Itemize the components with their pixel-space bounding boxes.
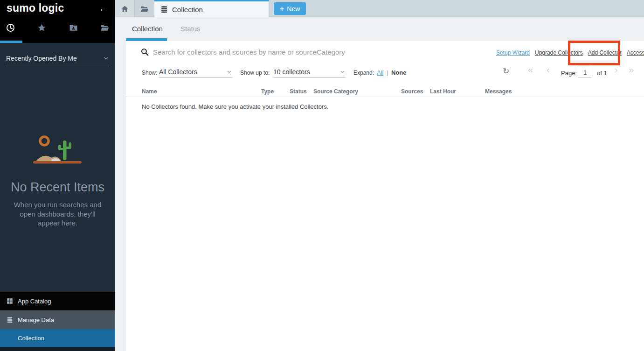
prev-page-icon[interactable]: ‹ (547, 64, 550, 75)
access-keys-link[interactable]: Access Keys (627, 49, 644, 56)
limit-filter-dropdown[interactable]: 10 collectors (273, 66, 346, 78)
sidebar-item-label: Manage Data (18, 316, 54, 323)
folder-icon (140, 5, 149, 13)
sidebar-header: sumo logic ← (0, 0, 115, 43)
sidebar-item-label: App Catalog (18, 298, 51, 305)
sidebar-bottom-strip (0, 347, 115, 351)
sidebar-icon-nav (0, 23, 115, 32)
last-page-icon[interactable]: » (629, 64, 634, 75)
tab-status[interactable]: Status (180, 25, 201, 33)
home-tab-button[interactable] (115, 0, 135, 17)
document-tabstrip: Collection + New (115, 0, 644, 17)
expand-label: Expand: (353, 70, 374, 76)
favorites-star-icon[interactable] (37, 23, 46, 32)
column-header-status[interactable]: Status (290, 88, 307, 95)
empty-collectors-message: No Collectors found. Make sure you activ… (142, 103, 328, 110)
page: sumo logic ← Recently Opened By Me (0, 0, 644, 351)
setup-wizard-link[interactable]: Setup Wizard (496, 49, 530, 56)
sidebar-bottom-nav: App Catalog Manage Data Collection (0, 292, 115, 351)
document-tab-label: Collection (172, 6, 203, 14)
limit-filter-value: 10 collectors (273, 68, 310, 76)
no-recent-items-subtitle: When you run searches and open dashboard… (8, 200, 107, 228)
column-header-name[interactable]: Name (142, 88, 157, 95)
sidebar-item-label: Collection (18, 335, 44, 342)
page-number-input[interactable] (578, 67, 592, 78)
first-page-icon[interactable]: « (528, 64, 533, 75)
tab-collection[interactable]: Collection (132, 25, 163, 33)
sidebar-item-manage-data[interactable]: Manage Data (0, 310, 115, 329)
search-icon (140, 48, 149, 56)
plus-icon: + (280, 5, 284, 13)
sidebar-item-app-catalog[interactable]: App Catalog (0, 292, 115, 310)
sumo-logic-logo: sumo logic (7, 2, 64, 14)
column-header-type[interactable]: Type (261, 88, 274, 95)
upgrade-collectors-link[interactable]: Upgrade Collectors (535, 49, 583, 56)
search-input[interactable] (153, 46, 451, 57)
home-icon (121, 5, 129, 13)
no-recent-items-title: No Recent Items (0, 180, 115, 195)
collectors-table-header: Name Type Status Source Category Sources… (126, 85, 644, 97)
page-label: Page: (561, 70, 577, 77)
collection-subnav: Collection Status (115, 17, 644, 41)
library-folder-icon[interactable] (69, 23, 78, 32)
add-collector-link[interactable]: Add Collector (588, 49, 622, 56)
chevron-down-icon (103, 55, 109, 61)
chevron-down-icon (339, 69, 346, 75)
column-header-sources[interactable]: Sources (401, 88, 423, 95)
page-total-label: of 1 (597, 70, 607, 77)
limit-filter-label: Show up to: (240, 70, 270, 76)
database-icon (160, 6, 168, 13)
active-section-indicator (0, 41, 22, 43)
desert-illustration (32, 134, 83, 168)
recent-dropdown-label: Recently Opened By Me (6, 55, 77, 62)
collectors-panel: Setup Wizard Upgrade Collectors Add Coll… (126, 41, 644, 351)
expand-separator: | (387, 69, 388, 76)
sidebar: sumo logic ← Recently Opened By Me (0, 0, 115, 351)
sidebar-item-collection[interactable]: Collection (0, 329, 115, 347)
new-button-label: New (287, 5, 300, 13)
chevron-down-icon (226, 69, 232, 75)
folder-tab-button[interactable] (135, 0, 154, 17)
new-button[interactable]: + New (274, 2, 306, 15)
recent-clock-icon[interactable] (6, 23, 15, 32)
refresh-icon[interactable]: ↻ (503, 66, 509, 76)
collection-document-tab[interactable]: Collection (154, 0, 269, 17)
column-header-source-category[interactable]: Source Category (313, 88, 358, 95)
show-filter-dropdown[interactable]: All Collectors (159, 66, 232, 78)
sidebar-empty-state: No Recent Items When you run searches an… (0, 134, 115, 228)
collapse-sidebar-icon[interactable]: ← (99, 3, 109, 14)
expand-all-link[interactable]: All (377, 69, 383, 76)
column-header-messages[interactable]: Messages (485, 88, 512, 95)
column-header-last-hour[interactable]: Last Hour (430, 88, 456, 95)
expand-none-link[interactable]: None (391, 69, 407, 76)
recent-items-dropdown[interactable]: Recently Opened By Me (6, 49, 109, 67)
main-area: Collection + New Collection Status Setup… (115, 0, 644, 351)
quick-links: Setup Wizard Upgrade Collectors Add Coll… (496, 49, 644, 56)
database-icon (7, 316, 13, 323)
open-folder-icon[interactable] (100, 23, 109, 32)
next-page-icon[interactable]: › (615, 64, 618, 75)
show-filter-label: Show: (142, 70, 157, 76)
show-filter-value: All Collectors (159, 68, 197, 76)
app-grid-icon (7, 298, 13, 304)
